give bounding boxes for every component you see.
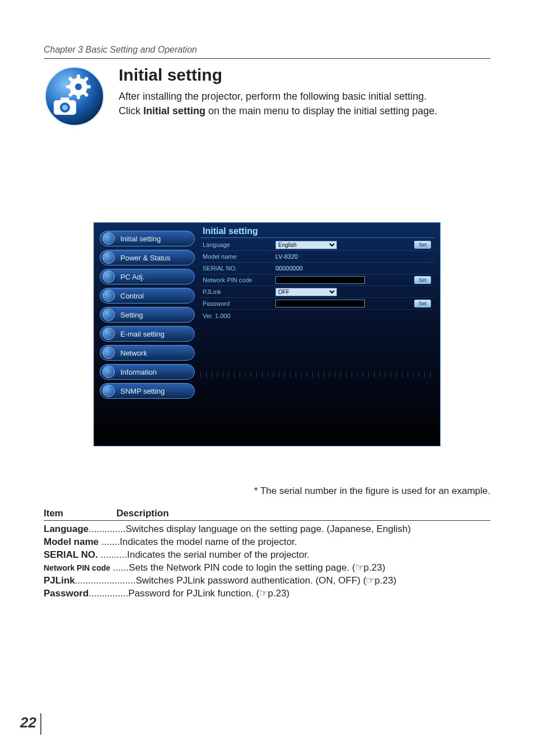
serial-value: 00000000 [275,265,303,272]
row-dots: .......... [98,549,127,560]
serial-label: SERIAL NO. [203,265,275,272]
sidebar-item-label: E-mail setting [120,330,165,338]
row-dots: ............... [88,588,128,599]
row-dots: ....... [99,536,120,547]
model-label: Model name [203,253,275,260]
gear-camera-icon [44,66,105,127]
password-input[interactable] [275,300,365,307]
table-row: Model name .......Indicates the model na… [44,536,490,549]
row-desc: Switches display language on the setting… [125,524,410,534]
page-title: Initial setting [119,66,437,85]
power-icon [102,251,115,264]
svg-rect-14 [60,97,69,101]
content-area: Initial setting Language English Set Mod… [200,225,434,377]
settings-panel-screenshot: Initial setting Power & Status PC Adj. C… [93,222,441,446]
sidebar-item-control[interactable]: Control [100,288,195,304]
description-table: Item Description Language..............S… [44,508,490,600]
row-model: Model name LV-8320 [200,251,434,263]
sidebar-item-label: Information [120,368,157,376]
snmp-icon [102,385,115,397]
pc-icon [102,270,115,283]
row-pin: Network PIN code Set [200,274,434,286]
page-number: 22 [20,714,36,731]
set-button-pin[interactable]: Set [414,276,431,284]
mail-icon [102,328,115,340]
intro-line2a: Click [119,105,143,116]
sidebar-item-snmp-setting[interactable]: SNMP setting [100,383,195,399]
sidebar-item-label: Network [120,349,147,357]
password-label: Password [203,300,275,307]
row-dots: .............. [88,524,125,534]
chapter-header: Chapter 3 Basic Setting and Operation [44,45,490,59]
panel-title: Initial setting [200,225,434,238]
sidebar-item-setting[interactable]: Setting [100,307,195,323]
sidebar-item-email-setting[interactable]: E-mail setting [100,326,195,342]
language-select[interactable]: English [275,241,337,249]
row-desc: Indicates the serial number of the proje… [127,549,310,560]
gear-icon [102,232,115,245]
table-row: SERIAL NO. ..........Indicates the seria… [44,549,490,562]
row-desc: Indicates the model name of the projecto… [120,536,297,547]
sidebar: Initial setting Power & Status PC Adj. C… [100,231,195,402]
row-dots: ...... [110,562,129,573]
svg-point-13 [62,105,68,110]
row-version: Ver. 1.000 [200,310,434,321]
row-desc: Sets the Network PIN code to login the s… [129,562,385,573]
sidebar-item-network[interactable]: Network [100,345,195,361]
sidebar-item-label: Initial setting [120,235,161,243]
table-row: Network PIN code ......Sets the Network … [44,562,490,575]
pjlink-select[interactable]: OFF [275,288,337,296]
row-item: PJLink [44,575,75,586]
row-item: Model name [44,536,99,547]
sidebar-item-label: Control [120,292,144,300]
intro-line2b: on the main menu to display the initial … [205,105,437,116]
model-value: LV-8320 [275,253,298,260]
sidebar-item-initial-setting[interactable]: Initial setting [100,231,195,246]
row-password: Password Set [200,298,434,310]
sidebar-item-label: PC Adj. [120,273,144,281]
footnote: * The serial number in the figure is use… [44,486,490,497]
col-item: Item [44,508,116,519]
version-label: Ver. 1.000 [203,312,275,319]
row-item: Network PIN code [44,563,110,572]
row-desc: Switches PJLink password authentication.… [135,575,396,586]
sidebar-item-information[interactable]: Information [100,364,195,380]
svg-rect-3 [77,94,80,99]
info-icon [102,366,115,378]
set-button-language[interactable]: Set [414,241,431,249]
intro-line1: After installing the projector, perform … [119,91,427,102]
pin-input[interactable] [275,276,365,284]
col-description: Description [116,508,169,519]
row-serial: SERIAL NO. 00000000 [200,263,434,274]
sidebar-item-label: SNMP setting [120,387,165,395]
intro-text: After installing the projector, perform … [119,89,437,118]
row-desc: Password for PJLink function. (☞p.23) [128,588,289,599]
row-pjlink: PJLink OFF [200,286,434,298]
sidebar-item-power-status[interactable]: Power & Status [100,250,195,265]
row-dots: ....................... [75,575,136,586]
page-number-divider [40,713,41,735]
sidebar-item-pc-adj[interactable]: PC Adj. [100,269,195,284]
row-language: Language English Set [200,239,434,251]
svg-rect-4 [66,85,72,88]
sidebar-item-label: Power & Status [120,254,171,262]
row-item: Language [44,524,88,534]
pjlink-label: PJLink [203,288,275,295]
table-row: PJLink.......................Switches PJ… [44,575,490,587]
intro-bold: Initial setting [143,105,205,116]
table-row: Password...............Password for PJLi… [44,587,490,600]
horizontal-ruler [200,372,434,377]
row-item: SERIAL NO. [44,549,98,560]
sidebar-item-label: Setting [120,311,143,319]
svg-point-10 [75,83,82,90]
control-icon [102,290,115,302]
set-button-password[interactable]: Set [414,300,431,307]
row-item: Password [44,588,88,599]
network-icon [102,347,115,359]
svg-rect-2 [77,74,80,80]
table-row: Language..............Switches display l… [44,523,490,536]
pin-label: Network PIN code [203,277,275,283]
language-label: Language [203,241,275,248]
svg-rect-5 [85,85,91,88]
svg-point-0 [45,67,104,125]
